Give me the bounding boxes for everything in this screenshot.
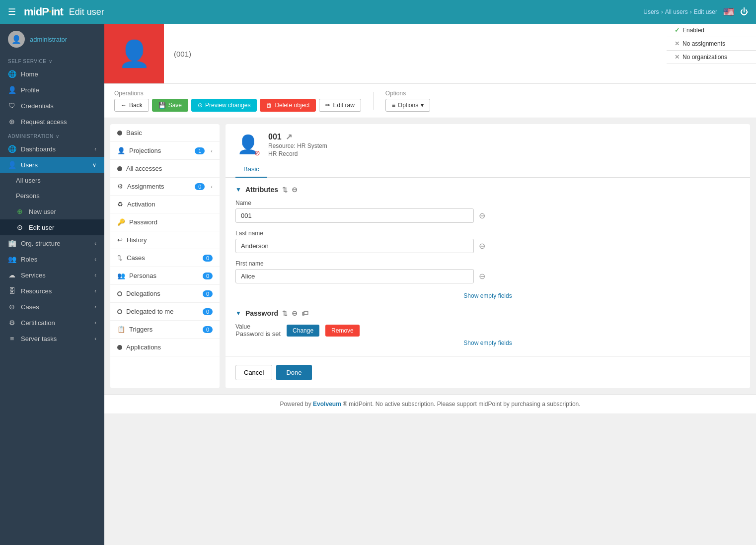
history-icon: ↩ [117,236,123,244]
show-empty-fields-attributes[interactable]: Show empty fields [235,290,740,301]
delete-object-button[interactable]: 🗑 Delete object [260,99,316,112]
breadcrumb-all-users[interactable]: All users [665,8,688,15]
sidebar-item-dashboards[interactable]: 🌐 Dashboards ‹ [0,141,104,157]
chevron-icon: ‹ [94,272,96,278]
edit-user-icon: ⊙ [16,223,24,231]
password-icon: 🔑 [117,218,125,226]
status-no-assignments: ✕ No assignments [667,37,756,51]
assignments-badge: 0 [195,183,205,190]
breadcrumb-users[interactable]: Users [643,8,659,15]
name-remove-button[interactable]: ⊖ [478,210,486,221]
left-panel-item-cases[interactable]: ⇅ Cases 0 [110,249,220,267]
sidebar-item-label: Credentials [21,102,54,110]
bottom-buttons: Cancel Done [226,356,750,388]
menu-icon: ≡ [392,102,395,109]
self-service-section[interactable]: SELF SERVICE ∨ [0,55,104,66]
tag-icon[interactable]: 🏷 [302,309,308,317]
left-panel-label: Delegated to me [126,308,173,315]
minus-icon[interactable]: ⊖ [292,186,298,194]
left-panel-item-personas[interactable]: 👥 Personas 0 [110,267,220,285]
name-input[interactable] [235,208,474,223]
external-link-icon[interactable]: ↗ [286,132,292,141]
left-panel-item-all-accesses[interactable]: All accesses [110,160,220,178]
app-header: ☰ midP·int Edit user Users › All users ›… [0,0,756,24]
sidebar-item-services[interactable]: ☁ Services ‹ [0,267,104,283]
admin-section[interactable]: ADMINISTRATION ∨ [0,130,104,141]
attributes-section-header: ▼ Attributes ⇅ ⊖ [235,186,740,194]
left-panel-item-basic[interactable]: Basic [110,124,220,142]
sidebar-item-resources[interactable]: 🗄 Resources ‹ [0,283,104,299]
chevron-icon: ‹ [94,288,96,294]
chevron-down-icon[interactable]: ▼ [235,186,241,193]
tab-basic[interactable]: Basic [235,161,267,178]
sidebar-item-roles[interactable]: 👥 Roles ‹ [0,251,104,267]
evolveum-link[interactable]: Evolveum [313,401,341,408]
projection-header: 👤 ⊘ 001 ↗ Resource: HR System HR Record [226,124,750,161]
sidebar-item-persons[interactable]: Persons [0,188,104,204]
left-panel-item-triggers[interactable]: 📋 Triggers 0 [110,321,220,339]
back-button[interactable]: ← Back [114,99,149,112]
power-button[interactable]: ⏻ [740,7,748,16]
edit-raw-button[interactable]: ✏ Edit raw [319,99,361,112]
cases-icon: ⊙ [8,303,16,311]
tasks-icon: ≡ [8,335,16,342]
user-id: (001) [174,50,191,58]
minus-icon[interactable]: ⊖ [292,309,298,317]
firstname-input[interactable] [235,269,474,283]
left-panel-item-projections[interactable]: 👤 Projections 1 ‹ [110,142,220,160]
show-empty-fields-password[interactable]: Show empty fields [235,338,740,348]
sidebar-item-edit-user[interactable]: ⊙ Edit user [0,219,104,235]
projections-icon: 👤 [117,147,125,154]
sidebar-item-server-tasks[interactable]: ≡ Server tasks ‹ [0,331,104,346]
sidebar-item-home[interactable]: 🌐 Home [0,66,104,82]
sidebar-item-certification[interactable]: ⚙ Certification ‹ [0,315,104,331]
plus-icon: ⊕ [16,207,24,215]
cancel-button[interactable]: Cancel [235,365,272,380]
check-icon: ✓ [675,27,680,34]
chevron-icon: ‹ [94,336,96,341]
sidebar-item-profile[interactable]: 👤 Profile [0,82,104,98]
remove-password-button[interactable]: Remove [325,325,360,337]
sort-icon[interactable]: ⇅ [282,186,288,194]
divider [373,92,374,110]
sidebar-item-new-user[interactable]: ⊕ New user [0,204,104,219]
preview-changes-button[interactable]: ⊙ Preview changes [191,99,257,112]
status-no-organizations: ✕ No organizations [667,51,756,64]
left-panel-item-assignments[interactable]: ⚙ Assignments 0 ‹ [110,178,220,196]
sidebar-item-label: Cases [21,303,39,311]
done-button[interactable]: Done [276,365,311,380]
db-icon: 🗄 [8,287,16,295]
left-panel: Basic 👤 Projections 1 ‹ All accesses ⚙ A… [110,124,220,388]
sidebar-item-request-access[interactable]: ⊕ Request access [0,114,104,130]
chevron-icon: ‹ [94,256,96,262]
triggers-icon: 📋 [117,326,125,333]
sidebar-item-cases[interactable]: ⊙ Cases ‹ [0,299,104,315]
sidebar-item-credentials[interactable]: 🛡 Credentials [0,98,104,114]
left-panel-item-delegated-to-me[interactable]: Delegated to me 0 [110,303,220,321]
left-panel-item-password[interactable]: 🔑 Password [110,213,220,231]
left-panel-item-applications[interactable]: Applications [110,339,220,356]
chevron-down-icon[interactable]: ▼ [235,310,241,317]
sidebar-item-users[interactable]: 👤 Users ∨ [0,157,104,173]
lastname-remove-button[interactable]: ⊖ [478,240,486,252]
left-panel-item-activation[interactable]: ♻ Activation [110,196,220,213]
sidebar-item-org-structure[interactable]: 🏢 Org. structure ‹ [0,235,104,251]
left-panel-item-history[interactable]: ↩ History [110,231,220,249]
sidebar-item-all-users[interactable]: All users [0,173,104,188]
hamburger-menu[interactable]: ☰ [8,6,16,17]
user-icon: 👤 [8,86,16,94]
lastname-input[interactable] [235,239,474,253]
page-title: Edit user [69,7,637,17]
left-panel-label: Delegations [126,290,160,297]
save-button[interactable]: 💾 Save [152,99,188,112]
options-button[interactable]: ≡ Options ▾ [385,99,430,112]
name-row: ⊖ [235,208,740,223]
firstname-remove-button[interactable]: ⊖ [478,271,486,282]
header-right: Users › All users › Edit user 🇺🇸 ⏻ [643,6,748,17]
sort-icon[interactable]: ⇅ [282,310,288,317]
left-panel-label: Activation [127,201,155,208]
x-icon: ✕ [675,54,680,61]
sidebar-user[interactable]: 👤 administrator [0,24,104,55]
change-password-button[interactable]: Change [287,325,319,337]
left-panel-item-delegations[interactable]: Delegations 0 [110,285,220,303]
